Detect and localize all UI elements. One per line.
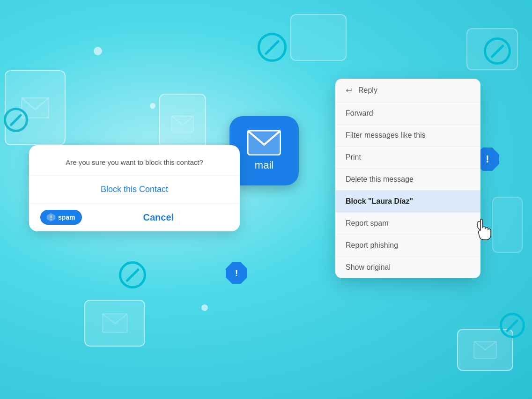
menu-item-filter-label: Filter messages like this bbox=[346, 131, 426, 140]
block-dialog-question: Are you sure you want to block this cont… bbox=[29, 145, 240, 176]
menu-item-filter[interactable]: Filter messages like this bbox=[335, 125, 480, 147]
menu-item-report-phishing-label: Report phishing bbox=[346, 241, 398, 250]
menu-item-block-label: Block "Laura Díaz" bbox=[346, 197, 413, 206]
menu-item-show-original-label: Show original bbox=[346, 263, 391, 272]
menu-item-forward-label: Forward bbox=[346, 109, 373, 118]
menu-item-report-spam[interactable]: Report spam bbox=[335, 213, 480, 235]
mail-app-icon: mail bbox=[229, 116, 299, 185]
no-symbol-icon bbox=[258, 33, 287, 62]
alert-badge-icon: ! bbox=[226, 262, 247, 284]
block-dialog-cancel-row: ! spam Cancel bbox=[29, 203, 240, 231]
no-symbol-icon bbox=[4, 108, 28, 132]
svg-text:!: ! bbox=[50, 214, 52, 221]
decorative-rect bbox=[290, 14, 347, 61]
no-symbol-icon bbox=[500, 313, 525, 338]
cancel-button[interactable]: Cancel bbox=[89, 212, 229, 223]
block-confirm-button[interactable]: Block this Contact bbox=[29, 176, 240, 203]
decorative-dot bbox=[94, 47, 102, 55]
menu-item-report-spam-label: Report spam bbox=[346, 219, 389, 228]
menu-item-reply-label: Reply bbox=[358, 86, 377, 95]
block-dialog: Are you sure you want to block this cont… bbox=[29, 145, 240, 231]
context-menu: ↩ Reply Forward Filter messages like thi… bbox=[335, 79, 480, 278]
envelope-icon bbox=[247, 130, 281, 155]
decorative-dot bbox=[150, 103, 155, 109]
menu-item-report-phishing[interactable]: Report phishing bbox=[335, 235, 480, 257]
menu-item-block[interactable]: Block "Laura Díaz" bbox=[335, 191, 480, 213]
menu-item-show-original[interactable]: Show original bbox=[335, 257, 480, 278]
menu-item-delete[interactable]: Delete this message bbox=[335, 169, 480, 191]
decorative-envelope bbox=[85, 301, 144, 346]
decorative-rect bbox=[492, 197, 523, 253]
decorative-envelope bbox=[458, 330, 512, 370]
no-symbol-icon bbox=[119, 261, 146, 288]
menu-item-print[interactable]: Print bbox=[335, 147, 480, 169]
reply-icon: ↩ bbox=[346, 85, 353, 96]
menu-item-print-label: Print bbox=[346, 153, 361, 162]
spam-badge: ! spam bbox=[40, 210, 82, 225]
menu-item-delete-label: Delete this message bbox=[346, 175, 414, 184]
mail-label: mail bbox=[255, 159, 273, 171]
menu-item-forward[interactable]: Forward bbox=[335, 103, 480, 125]
no-symbol-icon bbox=[484, 37, 511, 65]
decorative-rect bbox=[84, 300, 145, 347]
decorative-dot bbox=[201, 304, 208, 311]
spam-alert-icon: ! bbox=[47, 213, 55, 222]
menu-item-reply[interactable]: ↩ Reply bbox=[335, 79, 480, 103]
spam-badge-label: spam bbox=[58, 214, 75, 221]
